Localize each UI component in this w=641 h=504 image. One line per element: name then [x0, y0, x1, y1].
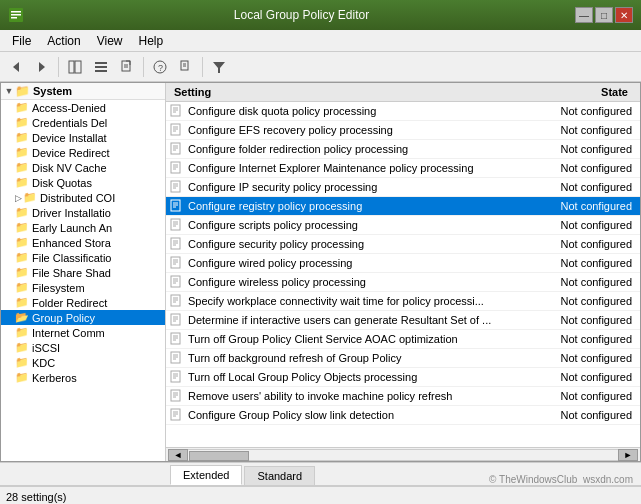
- sidebar-root[interactable]: ▼ 📁 System: [1, 83, 165, 100]
- svg-rect-1: [11, 11, 21, 13]
- list-row[interactable]: Configure IP security policy processing …: [166, 178, 640, 197]
- setting-text: Turn off Group Policy Client Service AOA…: [188, 333, 516, 345]
- state-text: Not configured: [516, 181, 636, 193]
- properties-button[interactable]: [174, 55, 198, 79]
- sidebar-item-distributed-col[interactable]: ▷ 📁 Distributed COI: [1, 190, 165, 205]
- help-button[interactable]: ?: [148, 55, 172, 79]
- sidebar-item-filesystem[interactable]: 📁 Filesystem: [1, 280, 165, 295]
- list-row[interactable]: Configure Group Policy slow link detecti…: [166, 406, 640, 425]
- sidebar-item-label: Device Installat: [32, 132, 107, 144]
- scroll-right-btn[interactable]: ►: [618, 449, 638, 461]
- state-text: Not configured: [516, 409, 636, 421]
- sidebar-item-kerberos[interactable]: 📁 Kerberos: [1, 370, 165, 385]
- list-row[interactable]: Specify workplace connectivity wait time…: [166, 292, 640, 311]
- folder-icon: 📁: [15, 206, 29, 219]
- list-row[interactable]: Configure wireless policy processing Not…: [166, 273, 640, 292]
- app-icon: [8, 7, 24, 23]
- sidebar-item-label: Folder Redirect: [32, 297, 107, 309]
- menu-file[interactable]: File: [4, 32, 39, 50]
- maximize-button[interactable]: □: [595, 7, 613, 23]
- tree-view-button[interactable]: [89, 55, 113, 79]
- sidebar-item-credentials[interactable]: 📁 Credentials Del: [1, 115, 165, 130]
- sidebar-item-iscsi[interactable]: 📁 iSCSI: [1, 340, 165, 355]
- setting-text: Configure EFS recovery policy processing: [188, 124, 516, 136]
- sidebar-item-label: Device Redirect: [32, 147, 110, 159]
- folder-icon: 📁: [15, 356, 29, 369]
- state-text: Not configured: [516, 143, 636, 155]
- scroll-thumb[interactable]: [189, 451, 249, 461]
- sidebar-item-label: File Share Shad: [32, 267, 111, 279]
- export-button[interactable]: [115, 55, 139, 79]
- sidebar-item-disk-nv[interactable]: 📁 Disk NV Cache: [1, 160, 165, 175]
- sidebar-item-disk-quotas[interactable]: 📁 Disk Quotas: [1, 175, 165, 190]
- content-list: Configure disk quota policy processing N…: [166, 102, 640, 447]
- sidebar-item-label: Disk Quotas: [32, 177, 92, 189]
- status-bar: 28 setting(s): [0, 486, 641, 504]
- sidebar-item-driver-install[interactable]: 📁 Driver Installatio: [1, 205, 165, 220]
- show-hide-button[interactable]: [63, 55, 87, 79]
- sidebar-item-early-launch[interactable]: 📁 Early Launch An: [1, 220, 165, 235]
- list-row[interactable]: Turn off Local Group Policy Objects proc…: [166, 368, 640, 387]
- menu-view[interactable]: View: [89, 32, 131, 50]
- status-text: 28 setting(s): [6, 491, 67, 503]
- sidebar-item-group-policy[interactable]: 📂 Group Policy: [1, 310, 165, 325]
- menu-action[interactable]: Action: [39, 32, 88, 50]
- svg-rect-8: [95, 62, 107, 64]
- svg-marker-4: [13, 62, 19, 72]
- list-row[interactable]: Configure scripts policy processing Not …: [166, 216, 640, 235]
- forward-button[interactable]: [30, 55, 54, 79]
- tab-standard[interactable]: Standard: [244, 466, 315, 485]
- sidebar-item-kdc[interactable]: 📁 KDC: [1, 355, 165, 370]
- list-row[interactable]: Configure EFS recovery policy processing…: [166, 121, 640, 140]
- filter-button[interactable]: [207, 55, 231, 79]
- sidebar-item-label: Kerberos: [32, 372, 77, 384]
- list-row[interactable]: Configure Internet Explorer Maintenance …: [166, 159, 640, 178]
- sidebar-item-label: Enhanced Stora: [32, 237, 111, 249]
- setting-icon: [170, 389, 184, 403]
- setting-text: Configure scripts policy processing: [188, 219, 516, 231]
- sidebar-item-folder-redirect[interactable]: 📁 Folder Redirect: [1, 295, 165, 310]
- close-button[interactable]: ✕: [615, 7, 633, 23]
- col-header-state[interactable]: State: [516, 85, 636, 99]
- sidebar-item-device-redirect[interactable]: 📁 Device Redirect: [1, 145, 165, 160]
- list-row[interactable]: Configure disk quota policy processing N…: [166, 102, 640, 121]
- sidebar-item-file-share[interactable]: 📁 File Share Shad: [1, 265, 165, 280]
- svg-rect-6: [69, 61, 74, 73]
- sidebar-item-label: Credentials Del: [32, 117, 107, 129]
- horizontal-scrollbar[interactable]: ◄ ►: [166, 447, 640, 461]
- scroll-left-btn[interactable]: ◄: [168, 449, 188, 461]
- sidebar-item-internet-comm[interactable]: 📁 Internet Comm: [1, 325, 165, 340]
- minimize-button[interactable]: —: [575, 7, 593, 23]
- sidebar-item-access-denied[interactable]: 📁 Access-Denied: [1, 100, 165, 115]
- toolbar-separator-2: [143, 57, 144, 77]
- list-row[interactable]: Turn off Group Policy Client Service AOA…: [166, 330, 640, 349]
- setting-text: Turn off Local Group Policy Objects proc…: [188, 371, 516, 383]
- tab-extended[interactable]: Extended: [170, 465, 242, 485]
- sidebar: ▼ 📁 System 📁 Access-Denied 📁 Credentials…: [1, 83, 166, 461]
- list-row[interactable]: Configure security policy processing Not…: [166, 235, 640, 254]
- svg-rect-10: [95, 70, 107, 72]
- list-row-selected[interactable]: Configure registry policy processing Not…: [166, 197, 640, 216]
- state-text: Not configured: [516, 238, 636, 250]
- list-row[interactable]: Remove users' ability to invoke machine …: [166, 387, 640, 406]
- folder-icon: 📂: [15, 311, 29, 324]
- sidebar-item-enhanced-storage[interactable]: 📁 Enhanced Stora: [1, 235, 165, 250]
- list-row[interactable]: Determine if interactive users can gener…: [166, 311, 640, 330]
- col-header-setting[interactable]: Setting: [170, 85, 516, 99]
- sidebar-item-label: File Classificatio: [32, 252, 111, 264]
- list-row[interactable]: Configure folder redirection policy proc…: [166, 140, 640, 159]
- root-expand-icon: ▼: [3, 86, 15, 96]
- list-row[interactable]: Turn off background refresh of Group Pol…: [166, 349, 640, 368]
- list-row[interactable]: Configure wired policy processing Not co…: [166, 254, 640, 273]
- sidebar-item-label: Filesystem: [32, 282, 85, 294]
- toolbar: ?: [0, 52, 641, 82]
- setting-text: Configure wired policy processing: [188, 257, 516, 269]
- sidebar-item-file-classification[interactable]: 📁 File Classificatio: [1, 250, 165, 265]
- sidebar-item-device-install[interactable]: 📁 Device Installat: [1, 130, 165, 145]
- menu-help[interactable]: Help: [131, 32, 172, 50]
- setting-icon: [170, 351, 184, 365]
- back-button[interactable]: [4, 55, 28, 79]
- setting-text: Turn off background refresh of Group Pol…: [188, 352, 516, 364]
- sidebar-item-label: KDC: [32, 357, 55, 369]
- setting-icon: [170, 370, 184, 384]
